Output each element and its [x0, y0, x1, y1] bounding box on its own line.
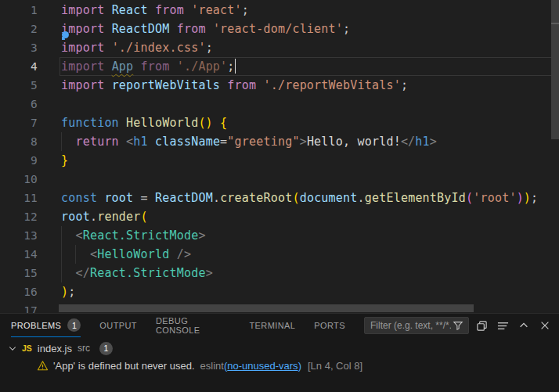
line-number[interactable]: 13 — [0, 226, 38, 245]
code-text: return <h1 className="greeting">Hello, w… — [61, 132, 437, 151]
problems-tree: JS index.js src 1 'App' is defined but n… — [0, 337, 559, 374]
tab-ports-label: PORTS — [314, 321, 345, 330]
line-number[interactable]: 9 — [0, 151, 38, 170]
indent-guide — [61, 264, 62, 282]
code-text: import App from './App'; — [61, 57, 236, 76]
code-line[interactable]: 2import ReactDOM from 'react-dom/client'… — [0, 20, 559, 38]
code-text: } — [61, 151, 68, 170]
code-text: import ReactDOM from 'react-dom/client'; — [61, 20, 350, 38]
problem-source: eslint(no-unused-vars) — [200, 360, 301, 372]
tab-debug-console[interactable]: DEBUG CONSOLE — [156, 314, 230, 337]
code-text: <HelloWorld /> — [61, 245, 191, 264]
code-line[interactable]: 3import './index.css'; — [0, 38, 559, 57]
indent-guide — [61, 132, 62, 151]
problems-file-row[interactable]: JS index.js src 1 — [0, 340, 559, 357]
code-text: import './index.css'; — [61, 38, 213, 57]
code-line[interactable]: 4import App from './App'; — [0, 57, 559, 76]
code-line[interactable]: 8 return <h1 className="greeting">Hello,… — [0, 132, 559, 151]
code-line[interactable]: 12root.render( — [0, 207, 559, 226]
panel-header: PROBLEMS 1 OUTPUT DEBUG CONSOLE TERMINAL… — [0, 314, 559, 337]
code-text: import reportWebVitals from './reportWeb… — [61, 76, 408, 95]
chevron-down-icon[interactable] — [8, 343, 22, 353]
code-lines: 1import React from 'react';2import React… — [0, 1, 559, 313]
code-editor[interactable]: 1import React from 'react';2import React… — [0, 0, 559, 313]
code-text: import React from 'react'; — [61, 1, 249, 20]
filter-funnel-icon[interactable] — [451, 317, 465, 334]
code-text: const root = ReactDOM.createRoot(documen… — [61, 189, 538, 207]
line-number[interactable]: 5 — [0, 76, 38, 95]
problem-rule-link[interactable]: (no-unused-vars) — [224, 360, 301, 372]
warning-icon — [37, 360, 49, 372]
line-number[interactable]: 15 — [0, 264, 38, 282]
line-number[interactable]: 4 — [0, 57, 38, 76]
code-line[interactable]: 16); — [0, 282, 559, 301]
line-number[interactable]: 14 — [0, 245, 38, 264]
horizontal-scrollbar-thumb[interactable] — [59, 304, 474, 312]
tab-problems-label: PROBLEMS — [11, 321, 61, 330]
code-text: <React.StrictMode> — [61, 226, 206, 245]
js-file-icon: JS — [22, 343, 32, 353]
tab-problems[interactable]: PROBLEMS 1 — [11, 314, 81, 337]
code-line[interactable]: 7function HelloWorld() { — [0, 113, 559, 132]
tab-terminal[interactable]: TERMINAL — [249, 314, 295, 337]
line-number[interactable]: 8 — [0, 132, 38, 151]
line-number[interactable]: 17 — [0, 301, 38, 313]
code-text: </React.StrictMode> — [61, 264, 213, 282]
line-number[interactable]: 16 — [0, 282, 38, 301]
problems-file-name: index.js — [38, 343, 72, 354]
code-line[interactable]: 5import reportWebVitals from './reportWe… — [0, 76, 559, 95]
line-number[interactable]: 1 — [0, 1, 38, 20]
bottom-panel: PROBLEMS 1 OUTPUT DEBUG CONSOLE TERMINAL… — [0, 313, 559, 392]
vscode-window: 1import React from 'react';2import React… — [0, 0, 559, 392]
indent-guide — [61, 226, 62, 245]
open-in-editor-icon[interactable] — [474, 317, 490, 334]
line-number[interactable]: 10 — [0, 170, 38, 189]
code-text: ); — [61, 282, 75, 301]
indent-guide — [75, 245, 76, 264]
problem-location: [Ln 4, Col 8] — [308, 360, 362, 372]
drop-cursor-dot — [62, 31, 69, 38]
line-number[interactable]: 7 — [0, 113, 38, 132]
code-line[interactable]: 15 </React.StrictMode> — [0, 264, 559, 282]
code-line[interactable]: 10 — [0, 170, 559, 189]
problem-message: 'App' is defined but never used. — [53, 360, 195, 372]
code-line[interactable]: 11const root = ReactDOM.createRoot(docum… — [0, 189, 559, 207]
indent-guide — [61, 245, 62, 264]
line-number[interactable]: 12 — [0, 207, 38, 226]
problems-filter-box[interactable] — [364, 317, 469, 334]
overview-ruler-mark — [551, 23, 559, 24]
tab-debug-console-label: DEBUG CONSOLE — [156, 316, 230, 335]
tab-ports[interactable]: PORTS — [314, 314, 345, 337]
tab-output-label: OUTPUT — [99, 321, 137, 330]
vertical-scrollbar-thumb[interactable] — [551, 0, 559, 139]
tab-output[interactable]: OUTPUT — [99, 314, 137, 337]
view-menu-icon[interactable] — [495, 317, 511, 334]
line-number[interactable]: 6 — [0, 95, 38, 113]
problem-item-row[interactable]: 'App' is defined but never used. eslint(… — [0, 357, 559, 374]
code-text: root.render( — [61, 207, 148, 226]
code-line[interactable]: 14 <HelloWorld /> — [0, 245, 559, 264]
close-panel-icon[interactable] — [536, 317, 553, 334]
line-number[interactable]: 2 — [0, 20, 38, 38]
code-line[interactable]: 1import React from 'react'; — [0, 1, 559, 20]
text-cursor — [235, 59, 236, 74]
tab-terminal-label: TERMINAL — [249, 321, 295, 330]
file-problems-count-badge: 1 — [99, 342, 113, 355]
line-number[interactable]: 11 — [0, 189, 38, 207]
code-text: function HelloWorld() { — [61, 113, 227, 132]
problems-filter-input[interactable] — [370, 320, 451, 331]
code-line[interactable]: 9} — [0, 151, 559, 170]
maximize-panel-icon[interactable] — [516, 317, 532, 334]
problems-count-badge: 1 — [67, 318, 81, 332]
code-line[interactable]: 13 <React.StrictMode> — [0, 226, 559, 245]
problems-file-dir: src — [78, 343, 90, 354]
code-line[interactable]: 6 — [0, 95, 559, 113]
line-number[interactable]: 3 — [0, 38, 38, 57]
